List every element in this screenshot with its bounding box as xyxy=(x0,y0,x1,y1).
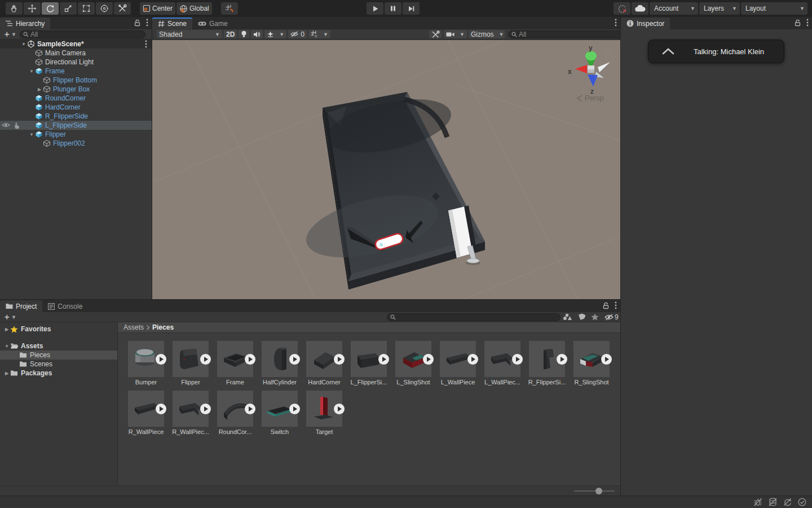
asset-thumbnail[interactable] xyxy=(128,341,164,377)
foldout-arrow-icon[interactable]: ▶ xyxy=(3,371,10,376)
progress-check-icon[interactable] xyxy=(798,498,806,506)
asset-thumbnail[interactable] xyxy=(173,391,209,427)
project-tree-item-scenes[interactable]: Scenes xyxy=(0,360,117,369)
asset-thumbnail[interactable] xyxy=(217,391,253,427)
breadcrumb-pieces[interactable]: Pieces xyxy=(152,323,174,331)
chevron-up-icon[interactable] xyxy=(662,48,674,55)
asset-tile-r-wallpiece[interactable]: R_WallPiece xyxy=(128,391,164,435)
move-tool-button[interactable] xyxy=(24,2,41,15)
account-dropdown[interactable]: Account▼ xyxy=(650,2,698,15)
hierarchy-item-plunger-box[interactable]: ▶Plunger Box xyxy=(0,85,152,94)
kebab-menu-icon[interactable] xyxy=(806,19,809,27)
label-tag-icon[interactable] xyxy=(577,313,585,321)
effects-dropdown-button[interactable]: ▼ xyxy=(264,30,286,38)
lighting-toggle-button[interactable] xyxy=(239,30,249,38)
audio-toggle-button[interactable] xyxy=(251,30,263,38)
foldout-arrow-icon[interactable]: ▼ xyxy=(28,132,35,137)
foldout-arrow-icon[interactable]: ▼ xyxy=(3,344,10,349)
axis-x-label[interactable]: x xyxy=(568,68,572,76)
persp-label[interactable]: Persp xyxy=(585,94,604,102)
lock-icon[interactable] xyxy=(134,19,140,27)
asset-tile-frame[interactable]: Frame xyxy=(217,341,253,386)
tab-inspector[interactable]: Inspector xyxy=(621,17,670,29)
axis-y-label[interactable]: y xyxy=(589,44,593,52)
kebab-menu-icon[interactable] xyxy=(615,301,617,309)
hierarchy-item-directional-light[interactable]: Directional Light xyxy=(0,58,152,67)
auto-refresh-disabled-icon[interactable] xyxy=(783,498,792,506)
asset-tile-l-wallpiec-[interactable]: L_WallPiec... xyxy=(484,341,520,386)
scene-camera-dropdown-button[interactable]: ▼ xyxy=(444,30,467,38)
kebab-menu-icon[interactable] xyxy=(615,19,617,27)
chevron-down-icon[interactable]: ▼ xyxy=(11,32,16,37)
layout-dropdown[interactable]: Layout▼ xyxy=(741,2,807,15)
pause-button[interactable] xyxy=(385,2,401,15)
expand-prefab-arrow-icon[interactable] xyxy=(467,353,479,365)
scene-grid-dropdown-button[interactable]: Y ▼ xyxy=(308,30,330,38)
asset-tile-l-wallpiece[interactable]: L_WallPiece xyxy=(440,341,476,386)
cache-server-disabled-icon[interactable] xyxy=(769,498,777,506)
expand-prefab-arrow-icon[interactable] xyxy=(155,403,167,415)
asset-tile-r-flippersi-[interactable]: R_FlipperSi... xyxy=(529,341,565,386)
asset-tile-switch[interactable]: Switch xyxy=(262,391,298,435)
project-tree-item-assets[interactable]: ▼Assets xyxy=(0,341,117,351)
foldout-arrow-icon[interactable]: ▼ xyxy=(20,42,27,47)
foldout-arrow-icon[interactable]: ▶ xyxy=(3,327,10,332)
asset-tile-roundcor-[interactable]: RoundCor... xyxy=(217,391,253,435)
tab-console[interactable]: Console xyxy=(42,300,88,312)
2d-toggle-button[interactable]: 2D xyxy=(224,30,237,38)
expand-prefab-arrow-icon[interactable] xyxy=(200,353,211,365)
step-button[interactable] xyxy=(403,2,420,15)
asset-thumbnail[interactable] xyxy=(529,341,565,377)
asset-thumbnail[interactable] xyxy=(306,391,342,427)
hierarchy-item-l-flipperside[interactable]: L_FlipperSide xyxy=(0,121,152,130)
asset-thumbnail[interactable] xyxy=(173,341,209,377)
pickability-hand-icon[interactable] xyxy=(13,122,20,129)
asset-tile-l-flippersi-[interactable]: L_FlipperSi... xyxy=(351,341,387,386)
lock-icon[interactable] xyxy=(603,302,609,309)
hierarchy-item-frame[interactable]: ▼Frame xyxy=(0,67,152,76)
grid-snapping-button[interactable] xyxy=(221,2,238,15)
cloud-button[interactable] xyxy=(632,2,648,15)
asset-tile-l-slingshot[interactable]: L_SlingShot xyxy=(395,341,431,386)
scene-viewport[interactable]: y x z Persp xyxy=(152,40,620,299)
search-by-type-icon[interactable] xyxy=(563,313,572,321)
asset-thumbnail[interactable] xyxy=(351,341,387,377)
rect-tool-button[interactable] xyxy=(78,2,95,15)
project-tree-item-favorites[interactable]: ▶Favorites xyxy=(0,325,117,334)
expand-prefab-arrow-icon[interactable] xyxy=(556,353,568,365)
expand-prefab-arrow-icon[interactable] xyxy=(289,403,301,415)
scene-search-input[interactable]: All xyxy=(508,30,624,38)
scale-tool-button[interactable] xyxy=(60,2,77,15)
expand-prefab-arrow-icon[interactable] xyxy=(244,353,256,365)
hierarchy-item-hardcorner[interactable]: HardCorner xyxy=(0,103,152,112)
project-hidden-count-button[interactable]: 9 xyxy=(604,313,619,321)
asset-thumbnail[interactable] xyxy=(262,391,298,427)
debugger-disabled-icon[interactable] xyxy=(753,498,762,506)
asset-tile-hardcorner[interactable]: HardCorner xyxy=(306,341,342,386)
talking-notification[interactable]: Talking: Michael Klein xyxy=(648,40,784,63)
asset-tile-bumper[interactable]: Bumper xyxy=(128,341,164,386)
tab-hierarchy[interactable]: Hierarchy xyxy=(0,17,50,29)
expand-prefab-arrow-icon[interactable] xyxy=(289,353,301,365)
asset-thumbnail[interactable] xyxy=(395,341,431,377)
add-gameobject-button[interactable]: ＋ xyxy=(3,29,11,40)
asset-thumbnail[interactable] xyxy=(484,341,520,377)
asset-tile-r-wallpiec-[interactable]: R_WallPiec... xyxy=(173,391,209,435)
custom-tools-button[interactable] xyxy=(114,2,131,15)
tab-scene[interactable]: Scene xyxy=(152,17,192,29)
expand-prefab-arrow-icon[interactable] xyxy=(511,353,523,365)
shading-mode-dropdown[interactable]: Shaded▼ xyxy=(157,30,222,38)
asset-tile-target[interactable]: Target xyxy=(306,391,342,435)
hierarchy-search-input[interactable]: All xyxy=(20,30,145,38)
hierarchy-item-roundcorner[interactable]: RoundCorner xyxy=(0,94,152,103)
project-tree-item-packages[interactable]: ▶Packages xyxy=(0,369,117,378)
tab-project[interactable]: Project xyxy=(0,300,42,312)
expand-prefab-arrow-icon[interactable] xyxy=(601,353,612,365)
hidden-objects-button[interactable]: 0 xyxy=(288,30,307,38)
hierarchy-item-flipper002[interactable]: Flipper002 xyxy=(0,139,152,148)
asset-thumbnail[interactable] xyxy=(440,341,476,377)
hierarchy-item-main-camera[interactable]: Main Camera xyxy=(0,49,152,58)
hierarchy-item-flipper-bottom[interactable]: Flipper Bottom xyxy=(0,76,152,85)
hand-tool-button[interactable] xyxy=(6,2,23,15)
project-tree-item-pieces[interactable]: Pieces xyxy=(0,351,117,360)
